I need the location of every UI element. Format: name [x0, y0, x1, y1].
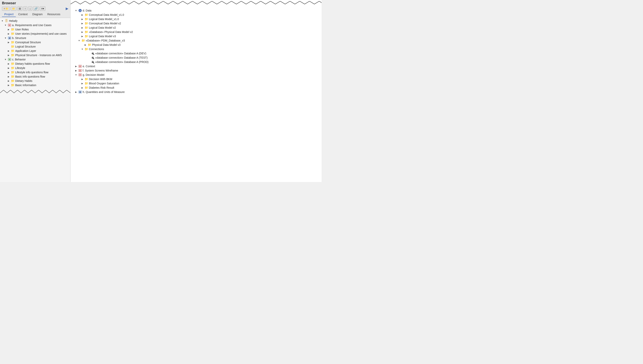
toggle-connections[interactable] [81, 48, 84, 51]
tree-node-diabetes-risk[interactable]: 📁 Diabetes Risk Result [70, 86, 322, 90]
toggle-conceptual-structure[interactable] [7, 41, 10, 44]
toggle-diabetes-risk[interactable] [81, 86, 84, 89]
tree-node-logical-structure[interactable]: 📁 Logical Structure [0, 44, 70, 49]
move-up-button[interactable]: ↑ [23, 6, 27, 11]
toggle-ldm-v3[interactable] [81, 35, 84, 38]
toggle-dietary-habits-flow[interactable] [7, 62, 10, 65]
conceptual-structure-label: Conceptual Structure [15, 41, 41, 44]
blood-oxygen-label: Blood Oxygen Saturation [89, 82, 119, 85]
tree-node-pdm-v3[interactable]: 📁 Physical Data Model v3 [70, 43, 322, 47]
decision-model-label: g. Decision Model [83, 73, 104, 76]
tree-node-physical-structure[interactable]: 📁 Physical Structure - Instances on AWS [0, 53, 70, 57]
db-conn-icon-prod: 🔌 [91, 60, 94, 64]
toggle-lifestyle-info-flow[interactable] [7, 71, 10, 74]
toggle-hekafy[interactable] [1, 19, 4, 22]
user-stories-label: User stories (requirements) and use case… [15, 32, 67, 35]
basic-info-flow-label: Basic info questions flow [15, 75, 45, 78]
tree-node-lifestyle-info-flow[interactable]: 📁 Lifestyle info questions flow [0, 70, 70, 74]
tree-node-basic-info-flow[interactable]: 📁 Basic info questions flow [0, 74, 70, 79]
folder-icon: 📁 [11, 79, 14, 82]
toggle-decision-model[interactable] [74, 73, 78, 76]
tree-node-user-roles[interactable]: 📁 User Roles [0, 27, 70, 32]
tree-node-data[interactable]: ● d. Data [70, 8, 322, 13]
tree-node-dietary-habits-flow[interactable]: 📁 Dietary habits questions flow [0, 62, 70, 66]
toggle-pdm-db-v3[interactable] [78, 39, 81, 42]
toggle-pdm-v2[interactable] [81, 30, 84, 34]
tree-node-db-dev[interactable]: 🔌 «database connection» Database A (DEV) [70, 51, 322, 56]
toggle-basic-information[interactable] [7, 84, 10, 87]
toggle-pdm-v3[interactable] [84, 43, 87, 46]
toggle-blood-oxygen[interactable] [81, 82, 84, 85]
toggle-requirements[interactable] [4, 24, 7, 27]
toggle-quantities[interactable] [74, 90, 78, 94]
menu-button[interactable]: ≡▾ [40, 6, 46, 11]
tree-node-hekafy[interactable]: 🗄 Hekafy [0, 19, 70, 23]
tab-bar: Project Context Diagram Resources [2, 12, 68, 17]
tree-node-pdm-v2[interactable]: 📁 «Database» Physical Data Model v2 [70, 30, 322, 34]
tree-node-lifestyle[interactable]: 📁 Lifestyle [0, 66, 70, 70]
tree-node-conceptual-structure[interactable]: 📁 Conceptual Structure [0, 40, 70, 44]
grid-view-button[interactable]: ⊞ [17, 6, 22, 11]
tree-node-decision-model[interactable]: ≡ g. Decision Model [70, 73, 322, 77]
quantities-label: h. Quantities and Units of Measure [83, 90, 125, 94]
tab-diagram[interactable]: Diagram [30, 12, 45, 17]
toggle-behavior[interactable] [4, 58, 7, 61]
structure-label: b. Structure [12, 36, 26, 40]
tree-node-application-layer[interactable]: 📁 Application Layer [0, 49, 70, 53]
tab-resources[interactable]: Resources [45, 12, 63, 17]
toggle-data[interactable] [74, 9, 78, 12]
tab-project[interactable]: Project [2, 12, 16, 17]
tree-node-pdm-db-v3[interactable]: 📁 «Database» PDM_Database_v3 [70, 38, 322, 43]
folder-icon: 📁 [82, 39, 85, 42]
tree-node-decision-bkm[interactable]: 📁 Decision With BKM [70, 77, 322, 81]
tree-node-structure[interactable]: ▦ b. Structure [0, 36, 70, 40]
toggle-wireframe[interactable] [74, 69, 78, 72]
toggle-physical-structure[interactable] [7, 54, 10, 57]
panel-arrow-right[interactable]: ▶ [66, 6, 68, 11]
wireframe-label: f. System Screens Wireframe [83, 69, 118, 72]
new-starred-folder-button[interactable]: ★📁 [2, 7, 10, 11]
toggle-application-layer[interactable] [7, 49, 10, 52]
toggle-cdm-v1[interactable] [81, 13, 84, 16]
tree-node-cdm-v1[interactable]: 📁 Conceptual Data Model_v1.0 [70, 13, 322, 17]
move-down-button[interactable]: ↓ [28, 6, 32, 11]
tree-node-requirements[interactable]: ≡ a. Requirements and Use Cases [0, 23, 70, 27]
toggle-basic-info-flow[interactable] [7, 75, 10, 78]
toggle-lifestyle[interactable] [7, 66, 10, 70]
toggle-user-roles[interactable] [7, 28, 10, 31]
tree-node-wireframe[interactable]: ≡ f. System Screens Wireframe [70, 68, 322, 73]
new-folder-button[interactable]: 📁 [11, 7, 16, 11]
zigzag-bottom-left [0, 90, 70, 96]
folder-icon: 📁 [88, 43, 91, 46]
no-toggle-test [87, 56, 90, 59]
tree-node-user-stories[interactable]: 📁 User stories (requirements) and use ca… [0, 32, 70, 36]
db-test-label: «database connection» Database A (TEST) [95, 56, 148, 59]
hekafy-icon: 🗄 [5, 19, 8, 22]
tree-node-db-prod[interactable]: 🔌 «database connection» Database A (PROD… [70, 60, 322, 64]
tree-node-context[interactable]: ≡ e. Context [70, 64, 322, 68]
toggle-structure[interactable] [4, 36, 7, 40]
toggle-dietary-habits[interactable] [7, 79, 10, 82]
toggle-user-stories[interactable] [7, 32, 10, 35]
toggle-context[interactable] [74, 65, 78, 68]
tree-node-blood-oxygen[interactable]: 📁 Blood Oxygen Saturation [70, 81, 322, 86]
application-layer-label: Application Layer [15, 49, 36, 52]
link-button[interactable]: 🔗 [33, 6, 39, 11]
tree-node-behavior[interactable]: ⊞ c. Behavior [0, 57, 70, 62]
tree-node-dietary-habits[interactable]: 📁 Dietary Habits [0, 79, 70, 83]
tree-node-quantities[interactable]: ▦ h. Quantities and Units of Measure [70, 90, 322, 94]
tree-node-basic-information[interactable]: 📁 Basic Information [0, 83, 70, 87]
toggle-ldm-v1[interactable] [81, 18, 84, 21]
toggle-decision-bkm[interactable] [81, 78, 84, 81]
tab-context[interactable]: Context [16, 12, 30, 17]
toggle-ldm-v2[interactable] [81, 26, 84, 29]
connections-label: Connections [89, 48, 104, 51]
tree-node-ldm-v2[interactable]: 📁 Logical Data Model v2 [70, 26, 322, 30]
toggle-cdm-v2[interactable] [81, 22, 84, 25]
tree-node-ldm-v1[interactable]: 📁 Logical Data Model_v1.0 [70, 17, 322, 21]
struct-icon: ▦ [8, 36, 11, 40]
tree-node-connections[interactable]: 📁 Connections [70, 47, 322, 51]
tree-node-ldm-v3[interactable]: 📁 Logical Data Model v3 [70, 34, 322, 38]
tree-node-cdm-v2[interactable]: 📁 Conceptual Data Model v2 [70, 21, 322, 26]
tree-node-db-test[interactable]: 🔌 «database connection» Database A (TEST… [70, 56, 322, 60]
